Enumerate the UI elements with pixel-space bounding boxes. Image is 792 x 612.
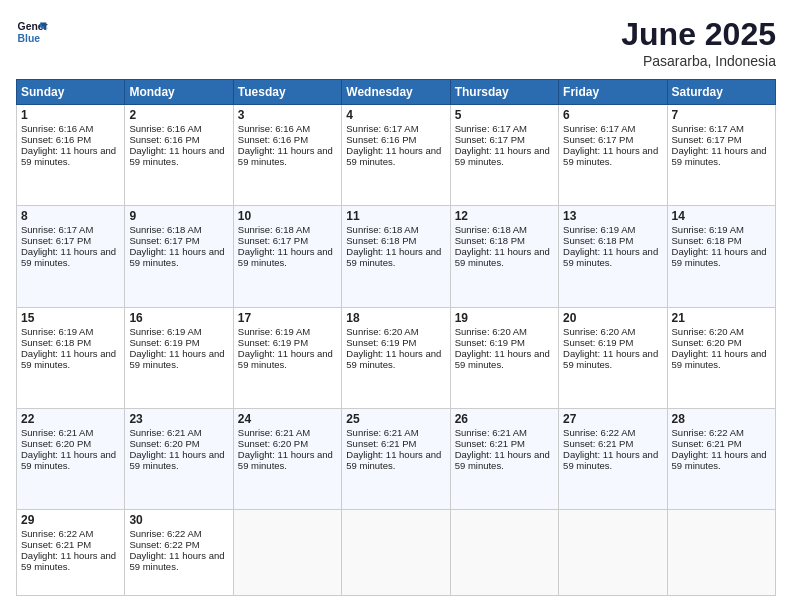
sunset-label: Sunset: 6:19 PM — [129, 337, 199, 348]
sunrise-label: Sunrise: 6:19 AM — [129, 326, 201, 337]
sunset-label: Sunset: 6:17 PM — [129, 235, 199, 246]
day-number: 24 — [238, 412, 337, 426]
table-row: 28 Sunrise: 6:22 AM Sunset: 6:21 PM Dayl… — [667, 408, 775, 509]
sunrise-label: Sunrise: 6:22 AM — [672, 427, 744, 438]
table-row: 21 Sunrise: 6:20 AM Sunset: 6:20 PM Dayl… — [667, 307, 775, 408]
calendar-header-row: Sunday Monday Tuesday Wednesday Thursday… — [17, 80, 776, 105]
daylight-label: Daylight: 11 hours and 59 minutes. — [346, 145, 441, 167]
day-number: 3 — [238, 108, 337, 122]
location-subtitle: Pasararba, Indonesia — [621, 53, 776, 69]
table-row: 24 Sunrise: 6:21 AM Sunset: 6:20 PM Dayl… — [233, 408, 341, 509]
sunset-label: Sunset: 6:21 PM — [21, 539, 91, 550]
sunrise-label: Sunrise: 6:21 AM — [238, 427, 310, 438]
sunset-label: Sunset: 6:19 PM — [563, 337, 633, 348]
daylight-label: Daylight: 11 hours and 59 minutes. — [129, 449, 224, 471]
sunrise-label: Sunrise: 6:16 AM — [129, 123, 201, 134]
sunrise-label: Sunrise: 6:18 AM — [129, 224, 201, 235]
sunset-label: Sunset: 6:20 PM — [129, 438, 199, 449]
daylight-label: Daylight: 11 hours and 59 minutes. — [238, 449, 333, 471]
calendar-table: Sunday Monday Tuesday Wednesday Thursday… — [16, 79, 776, 596]
daylight-label: Daylight: 11 hours and 59 minutes. — [21, 449, 116, 471]
col-sunday: Sunday — [17, 80, 125, 105]
sunrise-label: Sunrise: 6:20 AM — [346, 326, 418, 337]
day-number: 6 — [563, 108, 662, 122]
table-row: 18 Sunrise: 6:20 AM Sunset: 6:19 PM Dayl… — [342, 307, 450, 408]
sunrise-label: Sunrise: 6:17 AM — [563, 123, 635, 134]
table-row: 23 Sunrise: 6:21 AM Sunset: 6:20 PM Dayl… — [125, 408, 233, 509]
table-row: 26 Sunrise: 6:21 AM Sunset: 6:21 PM Dayl… — [450, 408, 558, 509]
table-row: 4 Sunrise: 6:17 AM Sunset: 6:16 PM Dayli… — [342, 105, 450, 206]
sunrise-label: Sunrise: 6:19 AM — [563, 224, 635, 235]
sunrise-label: Sunrise: 6:19 AM — [672, 224, 744, 235]
day-number: 1 — [21, 108, 120, 122]
logo-icon: General Blue — [16, 16, 48, 48]
daylight-label: Daylight: 11 hours and 59 minutes. — [563, 348, 658, 370]
sunrise-label: Sunrise: 6:16 AM — [238, 123, 310, 134]
sunrise-label: Sunrise: 6:20 AM — [563, 326, 635, 337]
table-row: 9 Sunrise: 6:18 AM Sunset: 6:17 PM Dayli… — [125, 206, 233, 307]
logo: General Blue — [16, 16, 48, 48]
sunset-label: Sunset: 6:16 PM — [21, 134, 91, 145]
sunset-label: Sunset: 6:19 PM — [346, 337, 416, 348]
sunset-label: Sunset: 6:20 PM — [21, 438, 91, 449]
daylight-label: Daylight: 11 hours and 59 minutes. — [346, 449, 441, 471]
daylight-label: Daylight: 11 hours and 59 minutes. — [129, 145, 224, 167]
sunset-label: Sunset: 6:18 PM — [21, 337, 91, 348]
col-monday: Monday — [125, 80, 233, 105]
table-row: 19 Sunrise: 6:20 AM Sunset: 6:19 PM Dayl… — [450, 307, 558, 408]
day-number: 23 — [129, 412, 228, 426]
daylight-label: Daylight: 11 hours and 59 minutes. — [21, 550, 116, 572]
sunrise-label: Sunrise: 6:20 AM — [672, 326, 744, 337]
sunset-label: Sunset: 6:16 PM — [238, 134, 308, 145]
daylight-label: Daylight: 11 hours and 59 minutes. — [563, 449, 658, 471]
col-tuesday: Tuesday — [233, 80, 341, 105]
col-wednesday: Wednesday — [342, 80, 450, 105]
daylight-label: Daylight: 11 hours and 59 minutes. — [563, 246, 658, 268]
sunrise-label: Sunrise: 6:21 AM — [21, 427, 93, 438]
table-row: 5 Sunrise: 6:17 AM Sunset: 6:17 PM Dayli… — [450, 105, 558, 206]
sunset-label: Sunset: 6:17 PM — [455, 134, 525, 145]
sunrise-label: Sunrise: 6:22 AM — [563, 427, 635, 438]
daylight-label: Daylight: 11 hours and 59 minutes. — [563, 145, 658, 167]
sunrise-label: Sunrise: 6:17 AM — [21, 224, 93, 235]
day-number: 11 — [346, 209, 445, 223]
daylight-label: Daylight: 11 hours and 59 minutes. — [21, 145, 116, 167]
table-row — [667, 510, 775, 596]
sunset-label: Sunset: 6:20 PM — [238, 438, 308, 449]
daylight-label: Daylight: 11 hours and 59 minutes. — [129, 246, 224, 268]
sunset-label: Sunset: 6:21 PM — [672, 438, 742, 449]
table-row: 2 Sunrise: 6:16 AM Sunset: 6:16 PM Dayli… — [125, 105, 233, 206]
sunset-label: Sunset: 6:16 PM — [129, 134, 199, 145]
table-row: 27 Sunrise: 6:22 AM Sunset: 6:21 PM Dayl… — [559, 408, 667, 509]
daylight-label: Daylight: 11 hours and 59 minutes. — [455, 246, 550, 268]
sunset-label: Sunset: 6:18 PM — [563, 235, 633, 246]
day-number: 9 — [129, 209, 228, 223]
sunrise-label: Sunrise: 6:18 AM — [346, 224, 418, 235]
header: General Blue June 2025 Pasararba, Indone… — [16, 16, 776, 69]
sunset-label: Sunset: 6:22 PM — [129, 539, 199, 550]
sunrise-label: Sunrise: 6:18 AM — [238, 224, 310, 235]
daylight-label: Daylight: 11 hours and 59 minutes. — [238, 145, 333, 167]
table-row: 29 Sunrise: 6:22 AM Sunset: 6:21 PM Dayl… — [17, 510, 125, 596]
table-row: 1 Sunrise: 6:16 AM Sunset: 6:16 PM Dayli… — [17, 105, 125, 206]
table-row: 17 Sunrise: 6:19 AM Sunset: 6:19 PM Dayl… — [233, 307, 341, 408]
day-number: 15 — [21, 311, 120, 325]
table-row: 16 Sunrise: 6:19 AM Sunset: 6:19 PM Dayl… — [125, 307, 233, 408]
table-row: 11 Sunrise: 6:18 AM Sunset: 6:18 PM Dayl… — [342, 206, 450, 307]
table-row: 3 Sunrise: 6:16 AM Sunset: 6:16 PM Dayli… — [233, 105, 341, 206]
table-row: 6 Sunrise: 6:17 AM Sunset: 6:17 PM Dayli… — [559, 105, 667, 206]
daylight-label: Daylight: 11 hours and 59 minutes. — [129, 348, 224, 370]
day-number: 20 — [563, 311, 662, 325]
daylight-label: Daylight: 11 hours and 59 minutes. — [129, 550, 224, 572]
sunrise-label: Sunrise: 6:21 AM — [129, 427, 201, 438]
daylight-label: Daylight: 11 hours and 59 minutes. — [672, 449, 767, 471]
table-row — [559, 510, 667, 596]
daylight-label: Daylight: 11 hours and 59 minutes. — [455, 145, 550, 167]
col-saturday: Saturday — [667, 80, 775, 105]
sunset-label: Sunset: 6:17 PM — [21, 235, 91, 246]
sunset-label: Sunset: 6:21 PM — [346, 438, 416, 449]
table-row: 12 Sunrise: 6:18 AM Sunset: 6:18 PM Dayl… — [450, 206, 558, 307]
day-number: 16 — [129, 311, 228, 325]
day-number: 29 — [21, 513, 120, 527]
sunset-label: Sunset: 6:21 PM — [563, 438, 633, 449]
